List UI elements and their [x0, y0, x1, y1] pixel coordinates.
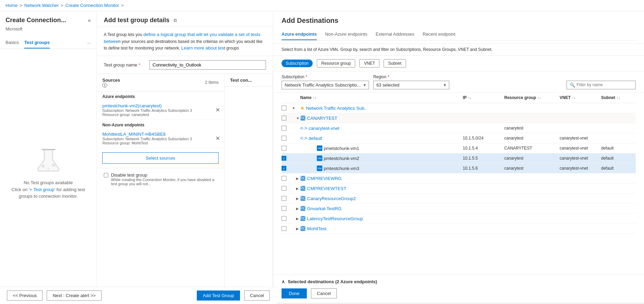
- row-checkbox[interactable]: [282, 226, 286, 231]
- row-checkbox[interactable]: [282, 126, 286, 131]
- selected-destinations-label: Selected destinations (2 Azure endpoints…: [288, 279, 377, 284]
- row-checkbox[interactable]: [282, 186, 286, 191]
- expand-icon[interactable]: ▶: [296, 227, 299, 231]
- th-ip[interactable]: IP ↑↓: [463, 95, 504, 100]
- sources-label: Sources i: [102, 78, 120, 88]
- th-name[interactable]: Name ↑↓: [300, 95, 463, 100]
- row-checkbox[interactable]: [282, 196, 286, 201]
- row-name-link[interactable]: MohitTest: [307, 226, 326, 231]
- disable-group-checkbox[interactable]: [104, 173, 108, 178]
- breadcrumb-home[interactable]: Home: [6, 3, 18, 8]
- cancel-destinations-button[interactable]: Cancel: [311, 288, 337, 298]
- dest-tab-recent[interactable]: Recent endpoint: [423, 29, 456, 40]
- done-button[interactable]: Done: [282, 288, 307, 298]
- expand-icon[interactable]: ▶: [296, 187, 299, 190]
- row-checkbox[interactable]: [282, 146, 286, 151]
- select-sources-button[interactable]: Select sources: [102, 152, 219, 164]
- svg-text:RG: RG: [300, 226, 306, 231]
- row-checkbox[interactable]: [282, 216, 286, 221]
- vm-icon: VM: [317, 155, 322, 161]
- th-subnet[interactable]: Subnet ↑↓: [601, 95, 636, 100]
- table-row: VM pmetstchunk-vm1 10.1.5.4 CANARYTEST c…: [282, 143, 636, 153]
- sources-info-icon[interactable]: i: [102, 83, 107, 88]
- filter-vnet-btn[interactable]: VNET: [359, 59, 379, 68]
- filter-name-input[interactable]: [577, 82, 633, 87]
- region-select[interactable]: 63 selected ▾: [373, 81, 449, 89]
- breadcrumb-create-connection[interactable]: Create Connection Monitor: [65, 3, 119, 8]
- dest-tab-azure[interactable]: Azure endpoints: [282, 29, 317, 40]
- td-checkbox: [282, 116, 292, 120]
- expand-icon[interactable]: ▼: [292, 106, 295, 110]
- td-vnet: canarytest-vnet: [560, 156, 601, 161]
- source-item-vm2-name[interactable]: pmtestchunk-vm2(canarytest): [102, 103, 219, 108]
- td-name: ★ Network Traffic Analytics Sub..: [300, 105, 463, 111]
- sidebar-tab-test-groups[interactable]: Test groups: [24, 37, 49, 48]
- expand-icon[interactable]: ▶: [296, 207, 299, 211]
- row-checkbox[interactable]: [282, 176, 286, 181]
- row-checkbox[interactable]: ✓: [282, 156, 286, 161]
- row-name-link[interactable]: CMPREVIEWRG: [307, 176, 342, 181]
- expand-icon[interactable]: ▼: [296, 116, 300, 120]
- previous-button[interactable]: << Previous: [7, 290, 43, 301]
- learn-more-link[interactable]: Learn more about tes: [181, 45, 224, 51]
- sidebar: Create Connection... « Microsoft Basics …: [0, 11, 97, 303]
- row-name-link[interactable]: Network Traffic Analytics Sub..: [306, 106, 367, 111]
- add-test-group-button[interactable]: Add Test Group: [197, 290, 240, 301]
- th-resource-group[interactable]: Resource group ↑↓: [504, 95, 560, 100]
- region-select-value: 63 selected: [376, 82, 441, 88]
- row-name-link[interactable]: LatencyTestResourceGroup: [307, 216, 363, 221]
- row-checkbox[interactable]: [282, 116, 286, 120]
- filter-subscription-pill[interactable]: Subscription: [282, 60, 313, 67]
- td-name: VM pmetstchunk-vm1: [300, 145, 463, 151]
- td-checkbox: ✓: [282, 156, 292, 161]
- cancel-button[interactable]: Cancel: [244, 290, 270, 301]
- sidebar-more-button[interactable]: ···: [87, 40, 91, 45]
- test-group-name-input[interactable]: [149, 60, 266, 70]
- sidebar-tab-basics[interactable]: Basics: [6, 37, 19, 48]
- filter-subnet-btn[interactable]: Subnet: [384, 59, 406, 68]
- row-name-link[interactable]: CANARYTEST: [307, 116, 337, 121]
- row-checkbox[interactable]: ✓: [282, 166, 286, 171]
- desc-link-define[interactable]: define a logical group that will let you…: [104, 32, 260, 44]
- next-button[interactable]: Next : Create alert >>: [47, 290, 101, 301]
- row-name-link[interactable]: CanaryResourceGroup2: [307, 196, 356, 201]
- dest-tab-external[interactable]: External Addresses: [376, 29, 414, 40]
- dest-tab-non-azure[interactable]: Non-Azure endpoints: [325, 29, 367, 40]
- td-checkbox: [282, 146, 292, 151]
- table-row: ▶ RG CMPREVIEWRG: [282, 173, 636, 184]
- source-item-minint-rg: Resource group: MohitTest: [102, 141, 219, 145]
- source-item-vm2-remove[interactable]: ✕: [215, 107, 220, 113]
- svg-point-2: [52, 163, 55, 167]
- row-name-link[interactable]: CMPREVIEWTEST: [307, 186, 346, 191]
- row-name-link[interactable]: canarytest-vnet: [309, 126, 339, 131]
- expand-icon[interactable]: ▶: [296, 197, 299, 200]
- breadcrumb-network-watcher[interactable]: Network Watcher: [24, 3, 58, 8]
- disable-group-label: Disable test group: [111, 172, 217, 178]
- th-vnet[interactable]: VNET ↑↓: [560, 95, 601, 100]
- filter-resource-group-btn[interactable]: Resource group: [317, 59, 355, 68]
- row-checkbox[interactable]: [282, 106, 286, 110]
- row-name-link[interactable]: Gnvarkal-TestRG: [307, 206, 342, 211]
- table-row: ▶ RG Gnvarkal-TestRG: [282, 204, 636, 214]
- td-expand: ▶: [292, 227, 300, 231]
- region-chevron-icon: ▾: [444, 82, 446, 88]
- sidebar-title: Create Connection...: [6, 17, 66, 24]
- row-name-link[interactable]: default: [309, 136, 322, 141]
- sidebar-empty-state: No Test groups available Click on '+ Tes…: [0, 49, 96, 297]
- table-row: ▶ RG CanaryResourceGroup2: [282, 194, 636, 204]
- row-checkbox[interactable]: [282, 136, 286, 141]
- source-item-minint-name[interactable]: MohittestLA_MININT-HB4SBE8: [102, 132, 219, 137]
- source-item-minint-remove[interactable]: ✕: [215, 135, 220, 142]
- td-ip: 10.1.5.0/24: [463, 136, 504, 141]
- expand-icon[interactable]: ▶: [296, 217, 299, 221]
- duplicate-icon[interactable]: ⧉: [174, 18, 177, 23]
- td-checkbox: [282, 136, 292, 141]
- test-config-panel: Test con...: [224, 74, 273, 303]
- td-checkbox: [282, 186, 292, 191]
- row-checkbox[interactable]: [282, 206, 286, 211]
- expand-icon[interactable]: ▶: [296, 177, 299, 180]
- subscription-select[interactable]: Network Traffic Analytics Subscriptio...…: [282, 81, 369, 89]
- selected-destinations-header[interactable]: ∧ Selected destinations (2 Azure endpoin…: [282, 279, 636, 284]
- table-row: ▶ RG MohitTest: [282, 224, 636, 234]
- sidebar-collapse-button[interactable]: «: [88, 17, 91, 24]
